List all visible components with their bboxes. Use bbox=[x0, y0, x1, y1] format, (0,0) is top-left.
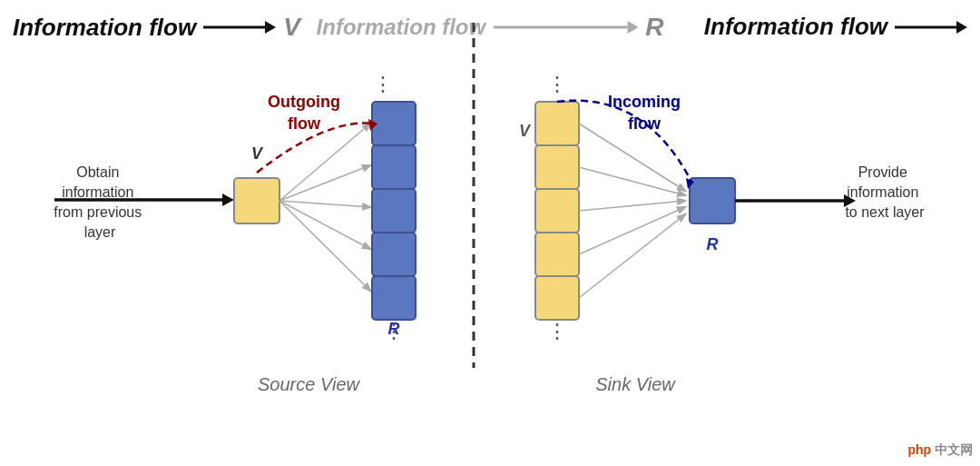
svg-line-10 bbox=[279, 165, 370, 201]
source-node-box bbox=[234, 178, 279, 223]
svg-line-13 bbox=[279, 201, 370, 291]
sink-view-label: Sink View bbox=[595, 374, 676, 394]
incoming-label-text2: flow bbox=[628, 114, 662, 133]
diagram-svg: V ⋮ ⋮ R Outgoing flow ⋮ ⋮ V R bbox=[0, 0, 980, 404]
svg-text:⋮: ⋮ bbox=[547, 320, 567, 342]
svg-text:⋮: ⋮ bbox=[547, 73, 567, 95]
watermark-php: php bbox=[907, 442, 931, 457]
svg-line-21 bbox=[579, 207, 685, 254]
blue-box-4 bbox=[372, 233, 416, 276]
sink-r-label: R bbox=[707, 235, 719, 253]
source-view-label: Source View bbox=[258, 374, 360, 394]
blue-box-5 bbox=[372, 276, 416, 320]
watermark: php 中文网 bbox=[907, 442, 973, 459]
blue-box-1 bbox=[372, 102, 416, 145]
yellow-box-2 bbox=[535, 145, 579, 189]
left-text: Obtain information from previous layer bbox=[54, 164, 145, 240]
source-v-label: V bbox=[251, 144, 264, 163]
yellow-box-4 bbox=[535, 233, 579, 276]
yellow-box-1 bbox=[535, 102, 579, 145]
source-r-label: R bbox=[388, 320, 400, 338]
watermark-suffix: 中文网 bbox=[931, 442, 973, 457]
blue-box-2 bbox=[372, 145, 416, 189]
right-text: Provide information to next layer bbox=[845, 164, 925, 220]
svg-text:⋮: ⋮ bbox=[373, 73, 393, 95]
svg-line-11 bbox=[279, 201, 370, 207]
svg-line-20 bbox=[579, 201, 685, 211]
svg-line-12 bbox=[279, 201, 370, 249]
outgoing-label-text2: flow bbox=[288, 114, 321, 133]
svg-marker-7 bbox=[222, 193, 234, 206]
yellow-box-5 bbox=[535, 276, 579, 320]
incoming-label-text1: Incoming bbox=[608, 93, 681, 111]
sink-node-box bbox=[690, 178, 735, 223]
svg-line-9 bbox=[279, 124, 370, 201]
svg-line-22 bbox=[579, 214, 685, 298]
sink-v-label: V bbox=[519, 122, 532, 140]
yellow-box-3 bbox=[535, 189, 579, 233]
blue-box-3 bbox=[372, 189, 416, 233]
outgoing-label-text1: Outgoing bbox=[268, 93, 340, 111]
